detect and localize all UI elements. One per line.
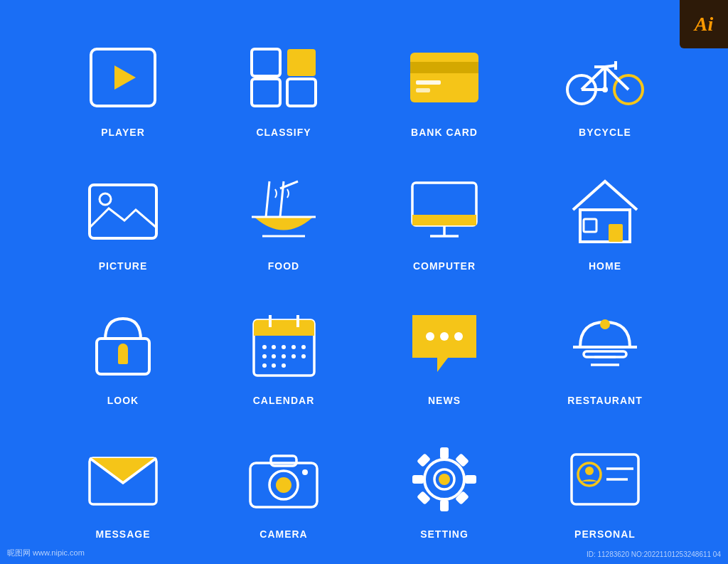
svg-point-70 xyxy=(302,469,308,475)
svg-rect-2 xyxy=(252,49,280,76)
message-item[interactable]: MESSAGE xyxy=(43,423,203,557)
svg-marker-65 xyxy=(90,458,156,483)
bicycle-item[interactable]: BYCYCLE xyxy=(525,21,685,155)
svg-line-22 xyxy=(266,181,269,217)
food-label: FOOD xyxy=(268,260,299,272)
svg-rect-34 xyxy=(584,219,596,232)
classify-item[interactable]: CLASSIFY xyxy=(203,21,364,155)
svg-point-46 xyxy=(291,345,296,349)
personal-icon-wrapper xyxy=(566,440,644,518)
food-item[interactable]: FOOD xyxy=(203,155,364,289)
calendar-label: CALENDAR xyxy=(253,395,315,406)
svg-rect-72 xyxy=(440,447,449,459)
svg-rect-7 xyxy=(410,62,478,73)
calendar-icon xyxy=(250,312,318,379)
player-label: PLAYER xyxy=(101,127,145,138)
svg-point-84 xyxy=(585,467,594,475)
svg-point-56 xyxy=(426,332,434,341)
svg-point-69 xyxy=(276,477,291,493)
camera-icon-wrapper xyxy=(245,440,323,518)
camera-icon xyxy=(248,447,319,511)
computer-icon xyxy=(409,179,480,243)
svg-point-19 xyxy=(602,87,608,92)
svg-point-51 xyxy=(291,354,296,358)
svg-point-50 xyxy=(282,354,286,358)
svg-point-43 xyxy=(262,345,267,349)
svg-rect-73 xyxy=(440,500,449,511)
calendar-item[interactable]: CALENDAR xyxy=(203,289,364,423)
svg-rect-8 xyxy=(416,80,441,85)
svg-rect-29 xyxy=(412,215,476,225)
look-label: LOOK xyxy=(107,395,139,406)
watermark-id: ID: 11283620 NO:20221101253248611 04 xyxy=(587,550,721,558)
classify-label: CLASSIFY xyxy=(256,127,311,138)
bicycle-label: BYCYCLE xyxy=(579,127,631,138)
svg-point-47 xyxy=(301,345,306,349)
restaurant-icon-wrapper xyxy=(566,307,644,385)
svg-point-48 xyxy=(262,354,267,358)
svg-rect-4 xyxy=(252,79,280,106)
player-item[interactable]: PLAYER xyxy=(43,21,203,155)
restaurant-icon xyxy=(569,312,641,379)
look-item[interactable]: LOOK xyxy=(43,289,203,423)
svg-rect-6 xyxy=(410,53,478,102)
picture-item[interactable]: PICTURE xyxy=(43,155,203,289)
calendar-icon-wrapper xyxy=(245,307,323,385)
svg-line-12 xyxy=(582,67,605,90)
svg-line-16 xyxy=(605,65,616,67)
svg-point-21 xyxy=(100,193,111,205)
bank-card-label: BANK CARD xyxy=(411,127,478,138)
bank-card-icon-wrapper xyxy=(405,38,483,117)
message-label: MESSAGE xyxy=(95,528,150,540)
svg-point-37 xyxy=(118,344,128,353)
computer-item[interactable]: COMPUTER xyxy=(364,155,525,289)
svg-rect-20 xyxy=(90,185,156,238)
look-icon-wrapper xyxy=(84,307,162,385)
setting-icon-wrapper xyxy=(405,440,483,518)
svg-point-57 xyxy=(440,332,449,341)
picture-icon xyxy=(87,181,159,242)
player-icon-wrapper xyxy=(84,38,162,117)
computer-label: COMPUTER xyxy=(413,260,476,272)
home-item[interactable]: HOME xyxy=(525,155,685,289)
personal-item[interactable]: PERSONAL xyxy=(525,423,685,557)
watermark-site: 昵图网 www.nipic.com xyxy=(7,548,85,558)
bicycle-icon xyxy=(566,46,644,110)
personal-label: PERSONAL xyxy=(574,528,636,540)
svg-rect-82 xyxy=(572,454,638,504)
setting-label: SETTING xyxy=(420,528,469,540)
svg-point-49 xyxy=(272,354,276,358)
news-label: NEWS xyxy=(428,395,461,406)
computer-icon-wrapper xyxy=(405,172,483,250)
news-item[interactable]: NEWS xyxy=(364,289,525,423)
svg-point-54 xyxy=(272,363,276,368)
bank-card-item[interactable]: BANK CARD xyxy=(364,21,525,155)
svg-point-58 xyxy=(454,332,463,341)
classify-icon xyxy=(248,46,319,110)
svg-rect-74 xyxy=(412,475,424,484)
svg-point-55 xyxy=(282,363,286,368)
svg-point-52 xyxy=(301,354,306,358)
svg-rect-9 xyxy=(416,88,430,92)
svg-point-53 xyxy=(262,363,267,368)
bank-card-icon xyxy=(409,49,480,106)
message-icon xyxy=(87,451,159,508)
ai-badge: Ai xyxy=(680,0,728,48)
camera-item[interactable]: CAMERA xyxy=(203,423,364,557)
svg-point-61 xyxy=(600,319,610,329)
svg-rect-3 xyxy=(287,49,316,76)
svg-rect-40 xyxy=(254,329,314,336)
look-icon xyxy=(91,312,155,379)
home-label: HOME xyxy=(589,260,621,272)
svg-marker-1 xyxy=(114,65,136,90)
setting-item[interactable]: SETTING xyxy=(364,423,525,557)
svg-rect-67 xyxy=(271,456,296,466)
personal-icon xyxy=(569,447,641,511)
restaurant-item[interactable]: RESTAURANT xyxy=(525,289,685,423)
food-icon-wrapper xyxy=(245,172,323,250)
home-icon-wrapper xyxy=(566,172,644,250)
news-icon xyxy=(409,312,480,379)
message-icon-wrapper xyxy=(84,440,162,518)
food-icon xyxy=(248,178,319,245)
home-icon xyxy=(569,178,641,245)
